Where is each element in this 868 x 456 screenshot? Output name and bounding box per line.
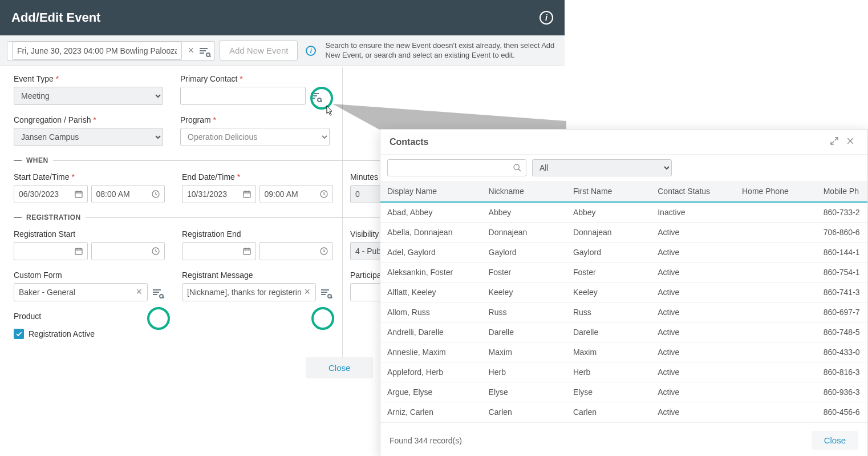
expand-icon[interactable] xyxy=(826,136,842,147)
contacts-cell xyxy=(735,283,817,302)
contacts-cell: Russ xyxy=(482,302,566,322)
contacts-cell: Carlen xyxy=(566,402,651,422)
registrant-message-label: Registrant Message xyxy=(182,271,333,280)
search-list-icon[interactable] xyxy=(200,46,210,56)
calendar-icon[interactable] xyxy=(74,189,83,199)
contacts-cell xyxy=(735,302,817,322)
event-search-chip[interactable]: × xyxy=(7,41,215,60)
clear-search-icon[interactable]: × xyxy=(185,45,196,57)
calendar-icon[interactable] xyxy=(74,247,83,256)
contacts-cell: Herb xyxy=(566,362,651,382)
registration-start-label: Registration Start xyxy=(14,229,165,239)
contacts-cell: Abbey xyxy=(566,202,651,223)
contacts-cell xyxy=(735,223,817,243)
close-icon[interactable] xyxy=(842,136,858,147)
event-search-input[interactable] xyxy=(12,42,182,60)
congregation-select[interactable]: Jansen Campus xyxy=(14,128,163,146)
contacts-cell: Carlen xyxy=(482,402,566,422)
add-new-event-button[interactable]: Add New Event xyxy=(220,41,298,60)
info-icon[interactable]: i xyxy=(540,11,553,25)
close-button[interactable]: Close xyxy=(306,357,373,378)
contacts-title: Contacts xyxy=(390,137,826,147)
contacts-cell: 860-456-6 xyxy=(817,402,867,422)
custom-form-label: Custom Form xyxy=(14,271,165,280)
contacts-cell: Herb xyxy=(482,362,566,382)
search-hint-text: Search to ensure the new Event doesn't e… xyxy=(325,41,558,60)
contacts-table-row[interactable]: Aleksankin, FosterFosterFosterActive860-… xyxy=(380,263,867,283)
contacts-cell: Darelle xyxy=(482,322,566,342)
clock-icon[interactable] xyxy=(319,247,328,256)
svg-rect-2 xyxy=(244,191,250,197)
contacts-cell: Foster xyxy=(482,263,566,283)
contacts-cell: Argue, Elyse xyxy=(380,382,482,402)
contacts-column-header[interactable]: Display Name xyxy=(380,181,482,202)
contacts-cell: Donnajean xyxy=(482,223,566,243)
dialog-title: Add/Edit Event xyxy=(11,10,540,25)
registration-end-label: Registration End xyxy=(182,229,333,239)
contacts-column-header[interactable]: Nickname xyxy=(482,181,566,202)
contacts-column-header[interactable]: Contact Status xyxy=(651,181,735,202)
contacts-cell: Gaylord xyxy=(566,243,651,263)
contacts-close-button[interactable]: Close xyxy=(812,431,858,450)
custom-form-input[interactable] xyxy=(14,283,148,301)
primary-contact-label: Primary Contact * xyxy=(180,74,330,83)
clock-icon[interactable] xyxy=(319,189,328,199)
info-icon[interactable]: i xyxy=(306,46,316,56)
contacts-cell xyxy=(735,402,817,422)
contacts-cell: Abella, Donnajean xyxy=(380,223,482,243)
contacts-search-wrap xyxy=(387,159,526,176)
contacts-table-row[interactable]: Abella, DonnajeanDonnajeanDonnajeanActiv… xyxy=(380,223,867,243)
contacts-table-row[interactable]: Arniz, CarlenCarlenCarlenActive860-456-6 xyxy=(380,402,867,422)
registration-active-checkbox[interactable] xyxy=(14,329,24,339)
contacts-column-header[interactable]: Home Phone xyxy=(735,181,817,202)
contacts-cell: Andrelli, Darelle xyxy=(380,322,482,342)
contacts-table-row[interactable]: Anneslie, MaximMaximMaximActive860-433-0 xyxy=(380,342,867,362)
contacts-search-input[interactable] xyxy=(387,159,526,176)
start-datetime-label: Start Date/Time * xyxy=(14,172,165,181)
clear-registrant-message-icon[interactable]: × xyxy=(302,286,313,298)
contacts-cell xyxy=(735,243,817,263)
search-add-bar: × Add New Event i Search to ensure the n… xyxy=(0,35,565,66)
contacts-table-row[interactable]: Argue, ElyseElyseElyseActive860-936-3 xyxy=(380,382,867,402)
contacts-table-row[interactable]: Appleford, HerbHerbHerbActive860-816-3 xyxy=(380,362,867,382)
contacts-column-header[interactable]: First Name xyxy=(566,181,651,202)
program-label: Program * xyxy=(180,115,330,124)
contacts-table-row[interactable]: Andrelli, DarelleDarelleDarelleActive860… xyxy=(380,322,867,342)
contacts-cell: Donnajean xyxy=(566,223,651,243)
contacts-table-row[interactable]: Allom, RussRussRussActive860-697-7 xyxy=(380,302,867,322)
contacts-column-header[interactable]: Mobile Ph xyxy=(817,181,867,202)
primary-contact-input[interactable] xyxy=(180,87,306,105)
contacts-cell: Anneslie, Maxim xyxy=(380,342,482,362)
registrant-message-lookup-icon[interactable] xyxy=(319,285,333,299)
clock-icon[interactable] xyxy=(151,189,160,199)
contacts-cell: Appleford, Herb xyxy=(380,362,482,382)
contacts-cell: Active xyxy=(651,223,735,243)
svg-rect-0 xyxy=(75,191,82,197)
contacts-cell: Active xyxy=(651,243,735,263)
contacts-cell: Abbey xyxy=(482,202,566,223)
contacts-table-row[interactable]: Adel, GaylordGaylordGaylordActive860-144… xyxy=(380,243,867,263)
clear-custom-form-icon[interactable]: × xyxy=(133,286,144,298)
contacts-cell: 860-936-3 xyxy=(817,382,867,402)
clock-icon[interactable] xyxy=(151,247,160,256)
contacts-cell xyxy=(735,263,817,283)
event-type-select[interactable]: Meeting xyxy=(14,87,163,105)
contacts-cell: Active xyxy=(651,283,735,302)
contacts-cell: Arniz, Carlen xyxy=(380,402,482,422)
primary-contact-lookup-icon[interactable] xyxy=(309,89,323,103)
contacts-filter-select[interactable]: All xyxy=(532,159,672,176)
program-select[interactable]: Operation Delicious xyxy=(180,128,330,146)
contacts-cell: Darelle xyxy=(566,322,651,342)
calendar-icon[interactable] xyxy=(242,247,252,256)
contacts-cell: Keeley xyxy=(566,283,651,302)
contacts-table-row[interactable]: Abad, AbbeyAbbeyAbbeyInactive860-733-2 xyxy=(380,202,867,223)
registrant-message-input[interactable] xyxy=(182,283,316,301)
search-icon[interactable] xyxy=(513,163,522,172)
calendar-icon[interactable] xyxy=(242,189,252,199)
dialog-header: Add/Edit Event i xyxy=(0,0,565,35)
contacts-cell: 860-816-3 xyxy=(817,362,867,382)
svg-rect-6 xyxy=(244,248,250,255)
contacts-cell: 860-697-7 xyxy=(817,302,867,322)
custom-form-lookup-icon[interactable] xyxy=(151,285,165,299)
contacts-table-row[interactable]: Alflatt, KeeleyKeeleyKeeleyActive860-741… xyxy=(380,283,867,302)
